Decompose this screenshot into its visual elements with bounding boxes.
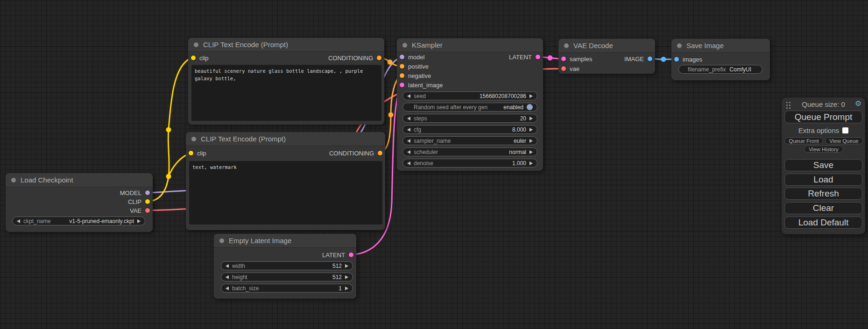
node-empty-latent-image[interactable]: Empty Latent Image LATENT width 512 heig… <box>214 234 356 299</box>
increment-arrow-icon[interactable] <box>137 219 141 223</box>
port-dot[interactable] <box>400 55 404 59</box>
output-port-latent[interactable]: LATENT <box>322 252 353 258</box>
node-vae-decode[interactable]: VAE Decode samples vae IMAGE <box>558 39 655 74</box>
port-dot[interactable] <box>189 151 193 155</box>
input-port-vae[interactable]: vae <box>561 65 579 72</box>
port-dot[interactable] <box>400 64 404 69</box>
input-port-negative[interactable]: negative <box>400 72 431 79</box>
input-port-positive[interactable]: positive <box>400 63 429 70</box>
node-load-checkpoint[interactable]: Load Checkpoint MODEL CLIP VAE ckpt_name… <box>6 173 153 232</box>
load-button[interactable]: Load <box>784 174 862 186</box>
port-dot[interactable] <box>674 57 679 62</box>
node-header[interactable]: CLIP Text Encode (Prompt) <box>188 38 384 52</box>
decrement-arrow-icon[interactable] <box>226 264 229 268</box>
input-port-clip[interactable]: clip <box>189 150 206 156</box>
port-dot[interactable] <box>536 55 540 59</box>
load-default-button[interactable]: Load Default <box>784 217 862 229</box>
node-ksampler[interactable]: KSampler model positive negative latent_… <box>397 38 543 171</box>
queue-prompt-button[interactable]: Queue Prompt <box>784 111 862 123</box>
decrement-arrow-icon[interactable] <box>407 117 410 120</box>
output-port-image[interactable]: IMAGE <box>624 56 652 62</box>
cfg-stepper[interactable]: cfg 8.000 <box>402 125 537 134</box>
port-dot[interactable] <box>648 56 652 61</box>
increment-arrow-icon[interactable] <box>529 161 533 165</box>
increment-arrow-icon[interactable] <box>345 264 348 268</box>
port-dot[interactable] <box>561 56 566 61</box>
increment-arrow-icon[interactable] <box>529 128 533 132</box>
port-dot[interactable] <box>400 73 404 78</box>
node-header[interactable]: Save Image <box>671 39 770 53</box>
reroute-dot-latent[interactable] <box>548 56 553 61</box>
height-stepper[interactable]: height 512 <box>221 273 353 281</box>
decrement-arrow-icon[interactable] <box>226 287 229 290</box>
ckpt-name-combo[interactable]: ckpt_name v1-5-pruned-emaonly.ckpt <box>12 217 145 225</box>
input-port-model[interactable]: model <box>400 54 424 60</box>
view-history-button[interactable]: View History <box>804 146 843 153</box>
input-port-clip[interactable]: clip <box>191 55 209 61</box>
output-port-vae[interactable]: VAE <box>130 207 150 214</box>
reroute-dot-negative[interactable] <box>388 112 394 118</box>
decrement-arrow-icon[interactable] <box>17 219 20 223</box>
extra-options-checkbox[interactable] <box>842 127 848 133</box>
prompt-textarea[interactable]: text, watermark <box>189 161 382 224</box>
denoise-stepper[interactable]: denoise 1.000 <box>402 159 537 168</box>
batch-size-stepper[interactable]: batch_size 1 <box>221 284 353 293</box>
increment-arrow-icon[interactable] <box>529 94 533 98</box>
port-dot[interactable] <box>349 252 353 257</box>
output-port-clip[interactable]: CLIP <box>128 198 150 205</box>
reroute-dot-clip-2[interactable] <box>166 127 171 133</box>
graph-canvas[interactable]: Load Checkpoint MODEL CLIP VAE ckpt_name… <box>0 0 868 329</box>
node-clip-text-encode-negative[interactable]: CLIP Text Encode (Prompt) clip CONDITION… <box>186 132 385 230</box>
port-dot[interactable] <box>145 208 150 213</box>
node-header[interactable]: Empty Latent Image <box>214 234 356 248</box>
random-seed-toggle[interactable]: Random seed after every gen enabled <box>402 103 537 112</box>
decrement-arrow-icon[interactable] <box>407 161 410 165</box>
output-port-model[interactable]: MODEL <box>120 189 150 196</box>
port-dot[interactable] <box>191 56 196 60</box>
port-dot[interactable] <box>145 199 150 204</box>
decrement-arrow-icon[interactable] <box>407 150 410 154</box>
collapse-dot-icon[interactable] <box>402 43 407 48</box>
prompt-textarea[interactable]: beautiful scenery nature glass bottle la… <box>191 65 381 121</box>
port-dot[interactable] <box>377 56 381 60</box>
collapse-dot-icon[interactable] <box>564 43 569 48</box>
decrement-arrow-icon[interactable] <box>407 94 410 98</box>
decrement-arrow-icon[interactable] <box>226 275 229 279</box>
node-header[interactable]: VAE Decode <box>558 39 655 53</box>
scheduler-combo[interactable]: scheduler normal <box>402 147 537 156</box>
output-port-conditioning[interactable]: CONDITIONING <box>329 150 382 156</box>
gear-icon[interactable]: ⚙ <box>855 99 861 108</box>
port-dot[interactable] <box>561 66 566 71</box>
node-header[interactable]: Load Checkpoint <box>6 173 153 187</box>
node-header[interactable]: CLIP Text Encode (Prompt) <box>186 132 385 146</box>
steps-stepper[interactable]: steps 20 <box>402 114 537 123</box>
view-queue-button[interactable]: View Queue <box>825 137 863 144</box>
port-dot[interactable] <box>400 83 404 87</box>
toggle-dot-icon[interactable] <box>527 104 533 110</box>
collapse-dot-icon[interactable] <box>219 238 224 243</box>
reroute-dot-image[interactable] <box>661 57 666 62</box>
collapse-dot-icon[interactable] <box>11 178 16 182</box>
reroute-dot-positive[interactable] <box>388 60 393 65</box>
filename-prefix-field[interactable]: filename_prefix ComfyUI <box>678 65 762 74</box>
port-dot[interactable] <box>378 151 382 155</box>
decrement-arrow-icon[interactable] <box>407 128 410 132</box>
sampler-name-combo[interactable]: sampler_name euler <box>402 136 537 145</box>
queue-front-button[interactable]: Queue Front <box>784 137 823 144</box>
reroute-dot-clip-1[interactable] <box>166 174 171 179</box>
increment-arrow-icon[interactable] <box>529 139 533 143</box>
node-clip-text-encode-positive[interactable]: CLIP Text Encode (Prompt) clip CONDITION… <box>188 38 384 125</box>
increment-arrow-icon[interactable] <box>529 117 533 120</box>
output-port-conditioning[interactable]: CONDITIONING <box>328 55 381 61</box>
node-header[interactable]: KSampler <box>397 38 543 52</box>
seed-stepper[interactable]: seed 156680208700286 <box>402 91 537 100</box>
input-port-samples[interactable]: samples <box>561 56 592 62</box>
collapse-dot-icon[interactable] <box>677 43 682 48</box>
increment-arrow-icon[interactable] <box>345 287 348 290</box>
input-port-images[interactable]: images <box>674 56 702 63</box>
increment-arrow-icon[interactable] <box>345 275 348 279</box>
collapse-dot-icon[interactable] <box>191 137 196 141</box>
decrement-arrow-icon[interactable] <box>407 139 410 143</box>
collapse-dot-icon[interactable] <box>194 42 198 47</box>
refresh-button[interactable]: Refresh <box>784 188 862 200</box>
